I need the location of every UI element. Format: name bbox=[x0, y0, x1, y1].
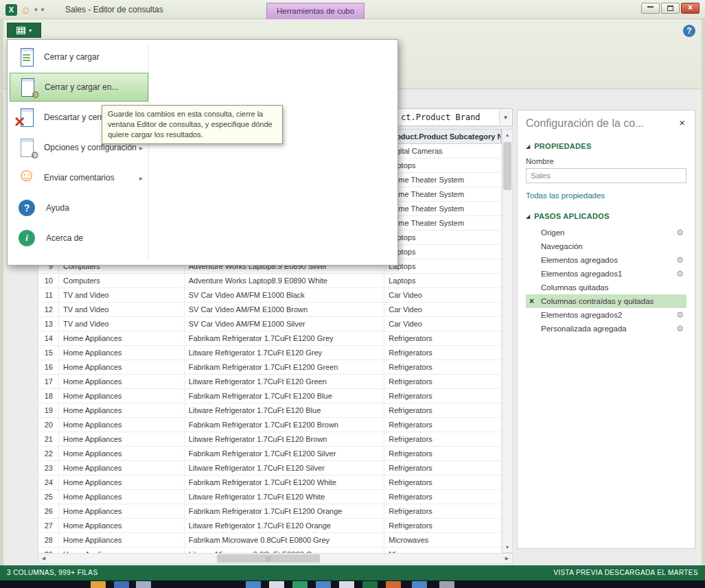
scroll-up-icon[interactable]: ▲ bbox=[502, 130, 512, 140]
taskbar-app-icon[interactable] bbox=[362, 581, 378, 588]
cell-subcategory: Laptops bbox=[384, 231, 502, 244]
excel-app-icon[interactable]: X bbox=[5, 4, 17, 16]
applied-step-elementos-agregados[interactable]: Elementos agregados⚙ bbox=[526, 253, 686, 267]
table-row[interactable]: 18Home AppliancesFabrikam Refrigerator 1… bbox=[38, 389, 502, 403]
query-name-input[interactable] bbox=[526, 168, 686, 183]
column-header-subcategory[interactable]: Product.Product Subcategory Name bbox=[384, 130, 502, 143]
help-menu-icon bbox=[19, 200, 35, 216]
menu-item-ayuda[interactable]: Ayuda bbox=[10, 193, 148, 222]
qat-customize-dropdown-icon[interactable]: ▾ bbox=[41, 6, 45, 13]
cell-subcategory: Home Theater System bbox=[384, 202, 502, 215]
properties-section-header[interactable]: ◢ PROPIEDADES bbox=[526, 142, 686, 150]
taskbar-app-icon[interactable] bbox=[91, 581, 106, 588]
delete-step-icon[interactable]: × bbox=[529, 294, 534, 308]
taskbar-app-icon[interactable] bbox=[339, 581, 354, 588]
taskbar-app-icon[interactable] bbox=[136, 581, 151, 588]
panel-close-icon[interactable]: × bbox=[678, 117, 686, 128]
scroll-right-icon[interactable]: ▶ bbox=[502, 554, 512, 563]
menu-item-acerca-de[interactable]: Acerca de bbox=[10, 224, 148, 252]
table-row[interactable]: 20Home AppliancesFabrikam Refrigerator 1… bbox=[38, 418, 502, 432]
all-properties-link[interactable]: Todas las propiedades bbox=[526, 191, 686, 200]
scroll-left-icon[interactable]: ◀ bbox=[38, 554, 49, 563]
step-settings-gear-icon[interactable]: ⚙ bbox=[676, 322, 684, 336]
table-row[interactable]: 27Home AppliancesLitware Refrigerator 1.… bbox=[38, 519, 502, 533]
row-number: 12 bbox=[38, 303, 59, 316]
step-label: Origen bbox=[541, 228, 565, 237]
qat-dropdown-icon[interactable]: ▾ bbox=[34, 6, 38, 13]
close-and-load-to-icon bbox=[17, 77, 38, 97]
table-row[interactable]: 23Home AppliancesLitware Refrigerator 1.… bbox=[38, 461, 502, 475]
cell-product-name: SV Car Video AM/FM E1000 Silver bbox=[185, 317, 385, 331]
table-row[interactable]: 28Home AppliancesFabrikam Microwave 0.8C… bbox=[38, 533, 502, 548]
vertical-scroll-thumb[interactable] bbox=[503, 142, 511, 190]
table-row[interactable]: 17Home AppliancesLitware Refrigerator 1.… bbox=[38, 375, 502, 389]
taskbar-app-icon[interactable] bbox=[386, 581, 401, 588]
contextual-tab-cube-tools[interactable]: Herramientas de cubo bbox=[266, 3, 365, 19]
table-row[interactable]: 19Home AppliancesLitware Refrigerator 1.… bbox=[38, 403, 502, 418]
menu-item-cerrar-y-cargar[interactable]: Cerrar y cargar bbox=[10, 43, 148, 71]
menu-item-label: Acerca de bbox=[46, 233, 83, 243]
applied-step-elementos-agregados1[interactable]: Elementos agregados1⚙ bbox=[526, 267, 686, 281]
table-row[interactable]: 24Home AppliancesFabrikam Refrigerator 1… bbox=[38, 475, 502, 490]
step-settings-gear-icon[interactable]: ⚙ bbox=[676, 253, 684, 267]
step-settings-gear-icon[interactable]: ⚙ bbox=[676, 308, 684, 322]
table-row[interactable]: 11TV and VideoSV Car Video AM/FM E1000 B… bbox=[38, 288, 502, 303]
applied-step-navegacion[interactable]: Navegación bbox=[526, 239, 686, 253]
query-settings-panel: Configuración de la co... × ◢ PROPIEDADE… bbox=[517, 110, 695, 549]
table-row[interactable]: 16Home AppliancesFabrikam Refrigerator 1… bbox=[38, 360, 502, 375]
taskbar-app-icon[interactable] bbox=[269, 581, 284, 588]
step-label: Columnas quitadas bbox=[541, 283, 608, 292]
menu-item-cerrar-y-cargar-en[interactable]: Cerrar y cargar en... bbox=[10, 73, 148, 102]
applied-step-personalizada-agregada[interactable]: Personalizada agregada⚙ bbox=[526, 322, 686, 336]
taskbar-app-icon[interactable] bbox=[114, 581, 129, 588]
table-row[interactable]: 29Home AppliancesLitware Microwave 0.8Cu… bbox=[38, 548, 502, 553]
cell-product-name: Litware Microwave 0.8CuFt E0800 Grey bbox=[185, 548, 385, 553]
help-icon[interactable]: ? bbox=[683, 25, 695, 37]
table-row[interactable]: 25Home AppliancesLitware Refrigerator 1.… bbox=[38, 490, 502, 504]
applied-step-columnas-contraidas-y-quitadas[interactable]: ×Columnas contraídas y quitadas bbox=[526, 294, 686, 308]
applied-step-elementos-agregados2[interactable]: Elementos agregados2⚙ bbox=[526, 308, 686, 322]
table-row[interactable]: 15Home AppliancesLitware Refrigerator 1.… bbox=[38, 346, 502, 360]
formula-expand-button[interactable]: ▾ bbox=[499, 110, 511, 125]
maximize-icon bbox=[667, 5, 673, 11]
table-row[interactable]: 13TV and VideoSV Car Video AM/FM E1000 S… bbox=[38, 317, 502, 331]
table-row[interactable]: 22Home AppliancesFabrikam Refrigerator 1… bbox=[38, 447, 502, 461]
row-number: 11 bbox=[38, 288, 59, 302]
step-label: Navegación bbox=[541, 242, 583, 250]
status-bar: 3 COLUMNAS, 999+ FILAS VISTA PREVIA DESC… bbox=[0, 565, 705, 580]
applied-steps-section-header[interactable]: ◢ PASOS APLICADOS bbox=[526, 212, 686, 220]
horizontal-scroll-thumb[interactable]: ||| bbox=[217, 554, 320, 563]
taskbar-app-icon[interactable] bbox=[439, 581, 454, 588]
file-menu-button[interactable]: ▾ bbox=[7, 23, 41, 38]
step-label: Columnas contraídas y quitadas bbox=[541, 297, 654, 305]
cell-subcategory: Refrigerators bbox=[384, 519, 502, 532]
maximize-button[interactable] bbox=[661, 3, 680, 14]
table-row[interactable]: 10ComputersAdventure Works Laptop8.9 E08… bbox=[38, 274, 502, 288]
window-frame-left bbox=[0, 0, 3, 565]
taskbar-app-icon[interactable] bbox=[246, 581, 261, 588]
row-number: 16 bbox=[38, 360, 59, 374]
table-row[interactable]: 14Home AppliancesFabrikam Refrigerator 1… bbox=[38, 331, 502, 346]
row-number: 10 bbox=[38, 274, 59, 287]
applied-step-origen[interactable]: Origen⚙ bbox=[526, 226, 686, 239]
step-settings-gear-icon[interactable]: ⚙ bbox=[676, 267, 684, 281]
applied-step-columnas-quitadas[interactable]: Columnas quitadas bbox=[526, 281, 686, 294]
table-row[interactable]: 12TV and VideoSV Car Video AM/FM E1000 B… bbox=[38, 303, 502, 317]
scroll-down-icon[interactable]: ▼ bbox=[502, 542, 512, 552]
minimize-button[interactable] bbox=[641, 3, 660, 14]
cell-category: Home Appliances bbox=[59, 475, 185, 489]
cell-category: Home Appliances bbox=[59, 403, 185, 417]
table-row[interactable]: 26Home AppliancesFabrikam Refrigerator 1… bbox=[38, 504, 502, 519]
feedback-smiley-icon[interactable]: ☺ bbox=[21, 4, 31, 16]
taskbar-app-icon[interactable] bbox=[316, 581, 331, 588]
table-row[interactable]: 21Home AppliancesLitware Refrigerator 1.… bbox=[38, 432, 502, 447]
row-number: 27 bbox=[38, 519, 59, 532]
close-button[interactable]: × bbox=[681, 3, 700, 14]
menu-item-enviar-comentarios[interactable]: Enviar comentarios▸ bbox=[10, 163, 148, 192]
taskbar-app-icon[interactable] bbox=[292, 581, 308, 588]
step-settings-gear-icon[interactable]: ⚙ bbox=[676, 226, 684, 239]
cell-category: Home Appliances bbox=[59, 389, 185, 403]
applied-steps-header-label: PASOS APLICADOS bbox=[534, 212, 610, 220]
taskbar-app-icon[interactable] bbox=[412, 581, 427, 588]
feedback-smiley-icon bbox=[16, 167, 37, 188]
